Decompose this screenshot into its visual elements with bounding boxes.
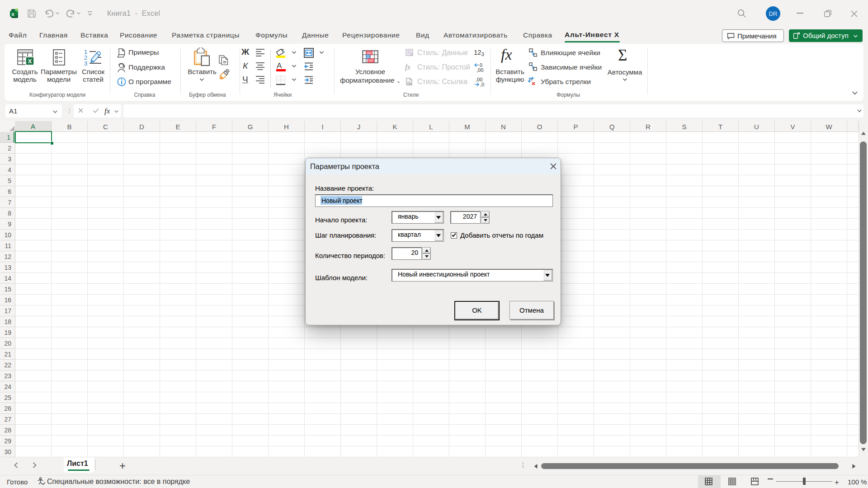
svg-text:X: X	[28, 58, 32, 65]
svg-text:fx: fx	[405, 63, 410, 71]
svg-text:x: x	[11, 11, 14, 17]
svg-text:,00: ,00	[476, 67, 483, 73]
svg-text:,0: ,0	[480, 82, 484, 87]
svg-text:3: 3	[84, 60, 87, 66]
